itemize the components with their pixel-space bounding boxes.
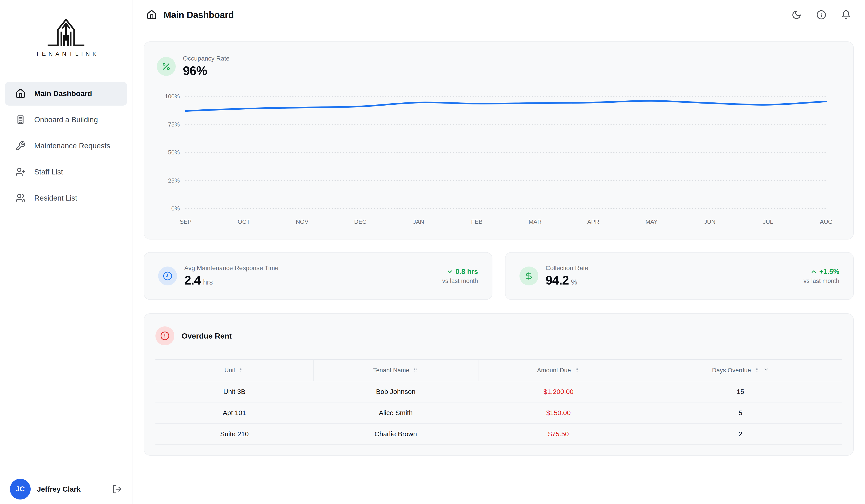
svg-text:OCT: OCT [238, 218, 250, 225]
cell-amount: $1,200.00 [478, 381, 639, 402]
overdue-rent-card: Overdue Rent UnitTenant NameAmount DueDa… [144, 313, 854, 456]
sidebar-item-label: Onboard a Building [34, 116, 98, 124]
sidebar-item-label: Resident List [34, 194, 77, 202]
brand-name: TENANTLINK [33, 50, 99, 57]
cell-days: 5 [639, 402, 842, 423]
column-header-amount-due[interactable]: Amount Due [478, 360, 639, 381]
occupancy-value: 96% [183, 63, 230, 78]
trend-note: vs last month [442, 278, 478, 284]
top-header: Main Dashboard [132, 0, 865, 30]
alert-circle-icon [155, 326, 174, 345]
cell-unit: Unit 3B [155, 381, 313, 402]
building-logo-icon [46, 13, 86, 49]
percent-icon [157, 57, 176, 76]
cell-amount: $150.00 [478, 402, 639, 423]
users-icon [15, 193, 26, 203]
main-area: Main Dashboard [132, 0, 865, 504]
svg-text:75%: 75% [168, 121, 180, 128]
svg-text:JUN: JUN [704, 218, 716, 225]
collection-rate-card: Collection Rate 94.2% +1.5% vs last mont… [505, 252, 854, 300]
cell-days: 2 [639, 423, 842, 445]
sidebar-item-maintenance-requests[interactable]: Maintenance Requests [5, 134, 127, 158]
cell-unit: Suite 210 [155, 423, 313, 445]
drag-handle-icon[interactable] [754, 367, 760, 374]
trend-value: +1.5% [804, 268, 839, 276]
svg-text:NOV: NOV [296, 218, 309, 225]
dollar-icon [519, 267, 538, 285]
drag-handle-icon[interactable] [413, 367, 418, 374]
column-label: Unit [224, 367, 235, 374]
svg-text:AUG: AUG [820, 218, 833, 225]
svg-text:MAY: MAY [645, 218, 658, 225]
sidebar-item-onboard-a-building[interactable]: Onboard a Building [5, 108, 127, 132]
info-icon[interactable] [816, 10, 826, 20]
building-icon [15, 115, 26, 125]
user-plus-icon [15, 167, 26, 177]
sort-chevron-icon[interactable] [763, 367, 769, 374]
overdue-table: UnitTenant NameAmount DueDays Overdue Un… [155, 359, 842, 445]
wrench-icon [15, 141, 26, 151]
column-header-unit[interactable]: Unit [155, 360, 313, 381]
sidebar-item-label: Main Dashboard [34, 89, 92, 98]
cell-tenant: Charlie Brown [313, 423, 478, 445]
sidebar-item-label: Maintenance Requests [34, 142, 111, 150]
stat-label: Collection Rate [545, 265, 588, 272]
sidebar-item-label: Staff List [34, 168, 63, 176]
cell-tenant: Bob Johnson [313, 381, 478, 402]
stat-value: 2.4hrs [184, 273, 278, 288]
svg-text:100%: 100% [165, 93, 180, 100]
home-icon [15, 89, 26, 99]
occupancy-label: Occupancy Rate [183, 55, 230, 62]
column-label: Days Overdue [712, 367, 751, 374]
dashboard-content: Occupancy Rate 96% 0%25%50%75%100%SEPOCT… [132, 30, 865, 467]
svg-text:DEC: DEC [354, 218, 367, 225]
occupancy-rate-card: Occupancy Rate 96% 0%25%50%75%100%SEPOCT… [144, 42, 854, 239]
moon-icon[interactable] [792, 10, 801, 20]
home-icon [147, 10, 157, 20]
chevron-down-icon [447, 268, 453, 275]
app-window: TENANTLINK Main DashboardOnboard a Build… [0, 0, 865, 504]
stat-label: Avg Maintenance Response Time [184, 265, 278, 272]
cell-amount: $75.50 [478, 423, 639, 445]
log-out-icon[interactable] [112, 484, 122, 494]
drag-handle-icon[interactable] [238, 367, 244, 374]
svg-text:25%: 25% [168, 177, 180, 184]
overdue-title: Overdue Rent [182, 331, 232, 340]
chevron-up-icon [810, 268, 817, 275]
column-header-days-overdue[interactable]: Days Overdue [639, 360, 842, 381]
svg-text:0%: 0% [171, 205, 180, 212]
table-row: Suite 210Charlie Brown$75.502 [155, 423, 842, 445]
column-header-tenant-name[interactable]: Tenant Name [313, 360, 478, 381]
cell-tenant: Alice Smith [313, 402, 478, 423]
sidebar-item-resident-list[interactable]: Resident List [5, 186, 127, 210]
sidebar-item-main-dashboard[interactable]: Main Dashboard [5, 82, 127, 106]
table-row: Unit 3BBob Johnson$1,200.0015 [155, 381, 842, 402]
user-row: JC Jeffrey Clark [0, 474, 132, 504]
user-name: Jeffrey Clark [37, 485, 81, 493]
svg-text:APR: APR [587, 218, 599, 225]
sidebar: TENANTLINK Main DashboardOnboard a Build… [0, 0, 132, 504]
stat-value: 94.2% [545, 273, 588, 288]
brand-logo: TENANTLINK [0, 0, 132, 57]
bell-icon[interactable] [841, 10, 851, 20]
trend-note: vs last month [804, 278, 839, 284]
svg-text:FEB: FEB [471, 218, 483, 225]
svg-text:SEP: SEP [180, 218, 192, 225]
sidebar-item-staff-list[interactable]: Staff List [5, 160, 127, 184]
sidebar-nav: Main DashboardOnboard a BuildingMaintena… [0, 82, 132, 210]
avatar[interactable]: JC [10, 479, 31, 500]
table-row: Apt 101Alice Smith$150.005 [155, 402, 842, 423]
response-time-card: Avg Maintenance Response Time 2.4hrs 0.8… [144, 252, 493, 300]
clock-icon [158, 267, 177, 285]
svg-text:JUL: JUL [763, 218, 773, 225]
drag-handle-icon[interactable] [574, 367, 580, 374]
cell-days: 15 [639, 381, 842, 402]
svg-text:JAN: JAN [413, 218, 424, 225]
trend-value: 0.8 hrs [442, 268, 478, 276]
page-title: Main Dashboard [163, 10, 234, 20]
column-label: Tenant Name [373, 367, 409, 374]
column-label: Amount Due [537, 367, 571, 374]
occupancy-chart: 0%25%50%75%100%SEPOCTNOVDECJANFEBMARAPRM… [157, 83, 839, 227]
header-actions [792, 10, 851, 20]
svg-text:MAR: MAR [529, 218, 542, 225]
